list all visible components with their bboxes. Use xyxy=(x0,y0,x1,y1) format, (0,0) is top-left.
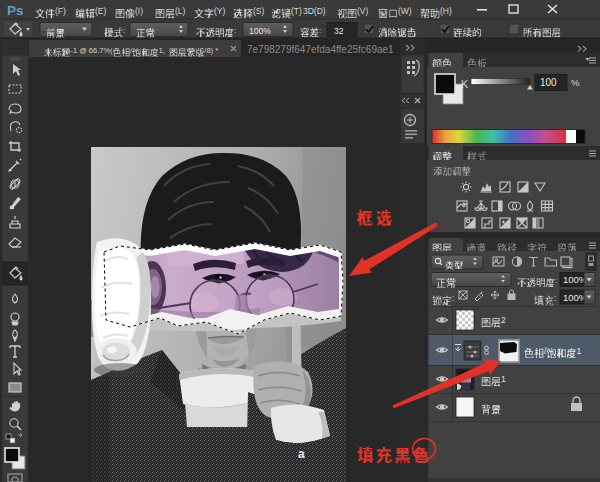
svg-text:K: K xyxy=(461,78,468,90)
svg-text:100: 100 xyxy=(540,77,557,88)
svg-text::: : xyxy=(319,26,321,35)
svg-text:(L): (L) xyxy=(175,6,186,16)
svg-text:/8) *: /8) * xyxy=(204,46,218,55)
svg-text::: : xyxy=(555,276,557,285)
svg-text:(W): (W) xyxy=(398,6,412,16)
svg-text:(H): (H) xyxy=(440,6,452,16)
svg-text:(T): (T) xyxy=(291,6,302,16)
svg-text:1: 1 xyxy=(576,346,581,356)
svg-text:(S): (S) xyxy=(253,6,265,16)
svg-text:%: % xyxy=(571,77,580,88)
svg-text:7e798279f647efda4ffe25fc69ae1: 7e798279f647efda4ffe25fc69ae1 xyxy=(247,44,394,55)
svg-text:1: 1 xyxy=(501,374,506,384)
svg-text:(E): (E) xyxy=(95,6,107,16)
svg-text:3D(D): 3D(D) xyxy=(303,6,326,16)
svg-text:(F): (F) xyxy=(55,6,66,16)
svg-text:1,: 1, xyxy=(159,46,165,55)
svg-text:(V): (V) xyxy=(357,6,369,16)
svg-text:Ps: Ps xyxy=(7,3,24,18)
svg-text::: : xyxy=(234,26,236,35)
svg-text:(Y): (Y) xyxy=(214,6,226,16)
svg-text:-1 @ 66.7%(: -1 @ 66.7%( xyxy=(70,46,113,55)
svg-text:(I): (I) xyxy=(135,6,143,16)
svg-text:2: 2 xyxy=(501,315,506,325)
svg-text:32: 32 xyxy=(334,26,344,36)
svg-text::: : xyxy=(554,293,556,303)
svg-text::: : xyxy=(452,293,454,303)
svg-text:100%: 100% xyxy=(249,26,271,36)
svg-text:a: a xyxy=(298,447,305,461)
svg-text::: : xyxy=(123,26,125,35)
